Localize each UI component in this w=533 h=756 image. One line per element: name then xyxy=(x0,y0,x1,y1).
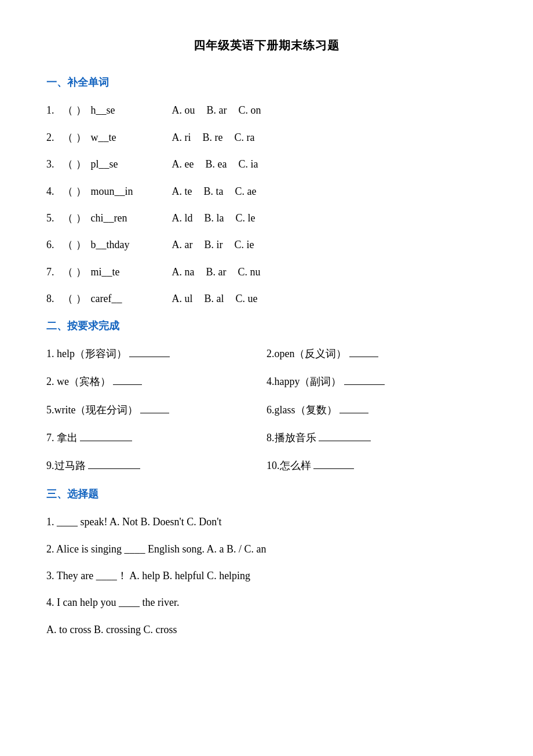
question-word: w__te xyxy=(91,128,155,147)
choice-item: A. ar xyxy=(172,239,193,250)
choice-item: C. ae xyxy=(235,186,257,197)
section2-left: 5.write（现在分词） xyxy=(46,401,266,419)
question-number: 5. xyxy=(46,209,63,227)
question-choices: A. ulB. alC. ue xyxy=(172,289,269,308)
section1-question-row: 1.（ ）h__seA. ouB. arC. on xyxy=(46,101,487,119)
choice-item: C. nu xyxy=(238,266,261,278)
section1-questions: 1.（ ）h__seA. ouB. arC. on2.（ ）w__teA. ri… xyxy=(46,101,487,308)
choice-item: B. ar xyxy=(206,266,227,278)
question-word: b__thday xyxy=(91,235,155,254)
question-word: pl__se xyxy=(91,155,155,173)
section2-right-text: 2.open（反义词） xyxy=(266,344,347,363)
section2-row: 5.write（现在分词）6.glass（复数） xyxy=(46,401,487,419)
section2-right: 10.怎么样 xyxy=(266,456,487,475)
question-number: 2. xyxy=(46,128,63,147)
question-word: h__se xyxy=(91,101,155,119)
section2-row: 9.过马路10.怎么样 xyxy=(46,456,487,475)
section1-question-row: 3.（ ）pl__seA. eeB. eaC. ia xyxy=(46,155,487,173)
section2-right-text: 8.播放音乐 xyxy=(266,428,316,447)
section3-question-row: A. to cross B. crossing C. cross xyxy=(46,620,487,639)
question-word: caref__ xyxy=(91,289,155,308)
choice-item: B. al xyxy=(205,293,224,304)
section2-right: 8.播放音乐 xyxy=(266,428,487,447)
question-choices: A. teB. taC. ae xyxy=(172,182,268,201)
choice-item: B. ta xyxy=(204,186,224,197)
section1-question-row: 6.（ ）b__thdayA. arB. irC. ie xyxy=(46,235,487,254)
section2-left-underline xyxy=(80,430,132,441)
section2-left-text: 9.过马路 xyxy=(46,456,86,475)
section2-left-underline xyxy=(140,402,169,413)
section2-left-underline xyxy=(129,346,170,357)
question-word: moun__in xyxy=(91,182,155,201)
choice-item: C. ie xyxy=(235,239,254,250)
choice-item: B. ar xyxy=(207,104,227,116)
question-word: chi__ren xyxy=(91,209,155,227)
choice-item: C. ia xyxy=(238,158,258,170)
section2-left-text: 7. 拿出 xyxy=(46,428,78,447)
question-blank-paren: （ ） xyxy=(63,263,86,281)
section1-question-row: 7.（ ）mi__teA. naB. arC. nu xyxy=(46,263,487,281)
question-choices: A. riB. reC. ra xyxy=(172,128,266,147)
question-number: 1. xyxy=(46,101,63,119)
section2-row: 1. help（形容词）2.open（反义词） xyxy=(46,344,487,363)
question-choices: A. naB. arC. nu xyxy=(172,263,272,281)
question-number: 7. xyxy=(46,263,63,281)
section3-questions: 1. ____ speak! A. Not B. Doesn't C. Don'… xyxy=(46,513,487,639)
question-number: 8. xyxy=(46,289,63,308)
section2-row: 2. we（宾格）4.happy（副词） xyxy=(46,372,487,391)
question-blank-paren: （ ） xyxy=(63,101,86,119)
section2-left: 2. we（宾格） xyxy=(46,372,266,391)
choice-item: B. la xyxy=(205,212,224,224)
question-choices: A. ouB. arC. on xyxy=(172,101,273,119)
question-number: 3. xyxy=(46,155,63,173)
choice-item: A. ou xyxy=(172,104,195,116)
section3-header: 三、选择题 xyxy=(46,485,487,503)
section2-right: 2.open（反义词） xyxy=(266,344,487,363)
section2-left-underline xyxy=(88,457,140,469)
choice-item: A. ul xyxy=(172,293,193,304)
section2-right-underline xyxy=(349,346,378,357)
section2-left-text: 2. we（宾格） xyxy=(46,372,111,391)
section2-left-underline xyxy=(113,373,142,385)
section2-left: 9.过马路 xyxy=(46,456,266,475)
section2-left-text: 5.write（现在分词） xyxy=(46,401,138,419)
choice-item: C. ue xyxy=(236,293,258,304)
question-number: 6. xyxy=(46,235,63,254)
section3-question-row: 4. I can help you ____ the river. xyxy=(46,593,487,612)
choice-item: C. le xyxy=(236,212,255,224)
question-choices: A. arB. irC. ie xyxy=(172,235,266,254)
page-title: 四年级英语下册期末练习题 xyxy=(46,35,487,56)
question-blank-paren: （ ） xyxy=(63,289,86,308)
section1-question-row: 8.（ ）caref__A. ulB. alC. ue xyxy=(46,289,487,308)
section2-left: 1. help（形容词） xyxy=(46,344,266,363)
choice-item: A. ee xyxy=(172,158,194,170)
section3-question-row: 1. ____ speak! A. Not B. Doesn't C. Don'… xyxy=(46,513,487,531)
question-choices: A. eeB. eaC. ia xyxy=(172,155,270,173)
section2-left-text: 1. help（形容词） xyxy=(46,344,127,363)
question-blank-paren: （ ） xyxy=(63,209,86,227)
question-blank-paren: （ ） xyxy=(63,128,86,147)
choice-item: B. re xyxy=(203,132,223,143)
choice-item: B. ea xyxy=(205,158,227,170)
section2-right: 4.happy（副词） xyxy=(266,372,487,391)
section2-right-underline xyxy=(313,457,354,469)
section2-questions: 1. help（形容词）2.open（反义词）2. we（宾格）4.happy（… xyxy=(46,344,487,475)
choice-item: A. ri xyxy=(172,132,191,143)
question-blank-paren: （ ） xyxy=(63,155,86,173)
choice-item: C. on xyxy=(239,104,261,116)
section2-header: 二、按要求完成 xyxy=(46,317,487,335)
section1-question-row: 2.（ ）w__teA. riB. reC. ra xyxy=(46,128,487,147)
question-blank-paren: （ ） xyxy=(63,235,86,254)
section1-question-row: 4.（ ）moun__inA. teB. taC. ae xyxy=(46,182,487,201)
question-choices: A. ldB. laC. le xyxy=(172,209,267,227)
section2-right-text: 4.happy（副词） xyxy=(266,372,342,391)
choice-item: A. te xyxy=(172,186,192,197)
section2-row: 7. 拿出8.播放音乐 xyxy=(46,428,487,447)
choice-item: B. ir xyxy=(204,239,222,250)
section2-right-underline xyxy=(319,430,371,441)
question-number: 4. xyxy=(46,182,63,201)
choice-item: A. na xyxy=(172,266,195,278)
question-word: mi__te xyxy=(91,263,155,281)
choice-item: A. ld xyxy=(172,212,193,224)
section2-right-underline xyxy=(339,402,368,413)
